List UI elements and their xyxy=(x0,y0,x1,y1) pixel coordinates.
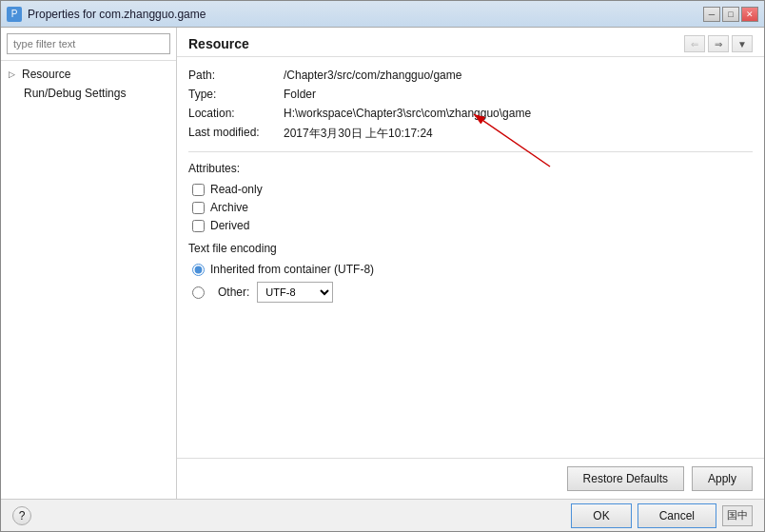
other-radio[interactable] xyxy=(192,286,205,299)
main-panel: Resource ⇐ ⇒ ▼ Path: /Chapter3/src/com/z… xyxy=(177,28,764,499)
type-value: Folder xyxy=(284,88,316,101)
type-label: Type: xyxy=(188,88,284,101)
restore-defaults-button[interactable]: Restore Defaults xyxy=(567,466,684,491)
title-bar-buttons: ─ □ ✕ xyxy=(703,7,758,22)
archive-label: Archive xyxy=(210,201,248,214)
title-bar-left: P Properties for com.zhangguo.game xyxy=(7,7,206,22)
window-title: Properties for com.zhangguo.game xyxy=(28,8,206,21)
lastmodified-row: Last modified: 2017年3月30日 上午10:17:24 xyxy=(188,126,753,142)
cancel-button[interactable]: Cancel xyxy=(638,503,716,528)
inherited-radio[interactable] xyxy=(192,264,205,276)
other-radio-row: Other: UTF-8 UTF-16 ISO-8859-1 xyxy=(188,282,753,303)
archive-row: Archive xyxy=(188,201,753,214)
properties-content: Path: /Chapter3/src/com/zhangguo/game Ty… xyxy=(177,57,764,458)
lastmodified-label: Last modified: xyxy=(188,126,284,139)
content-area: ▷ Resource Run/Debug Settings Resource ⇐… xyxy=(1,28,764,499)
sidebar-item-rundebug[interactable]: Run/Debug Settings xyxy=(1,84,176,103)
derived-label: Derived xyxy=(210,219,249,232)
readonly-checkbox[interactable] xyxy=(192,184,205,196)
lastmodified-value: 2017年3月30日 上午10:17:24 xyxy=(284,126,433,142)
apply-button[interactable]: Apply xyxy=(692,466,753,491)
encoding-title: Text file encoding xyxy=(188,242,753,255)
inherited-radio-row: Inherited from container (UTF-8) xyxy=(188,263,753,276)
main-content-wrapper: Path: /Chapter3/src/com/zhangguo/game Ty… xyxy=(177,57,764,499)
footer-right: OK Cancel 国中 xyxy=(571,503,753,528)
encoding-section: Text file encoding Inherited from contai… xyxy=(188,242,753,303)
location-row: Location: H:\workspace\Chapter3\src\com\… xyxy=(188,107,753,120)
properties-window: P Properties for com.zhangguo.game ─ □ ✕… xyxy=(0,0,765,532)
type-row: Type: Folder xyxy=(188,88,753,101)
filter-input[interactable] xyxy=(7,33,170,54)
ok-button[interactable]: OK xyxy=(571,503,631,528)
inherited-label: Inherited from container (UTF-8) xyxy=(210,263,374,276)
encoding-select[interactable]: UTF-8 UTF-16 ISO-8859-1 xyxy=(257,282,333,303)
sidebar-tree: ▷ Resource Run/Debug Settings xyxy=(1,61,176,107)
minimize-button[interactable]: ─ xyxy=(703,7,720,22)
footer-left: ? xyxy=(12,506,31,525)
sidebar: ▷ Resource Run/Debug Settings xyxy=(1,28,177,499)
main-panel-title: Resource xyxy=(188,36,249,51)
derived-checkbox[interactable] xyxy=(192,220,205,232)
maximize-button[interactable]: □ xyxy=(722,7,739,22)
separator-1 xyxy=(188,151,753,152)
derived-row: Derived xyxy=(188,219,753,232)
nav-back-button[interactable]: ⇐ xyxy=(684,35,705,52)
path-label: Path: xyxy=(188,69,284,82)
location-value: H:\workspace\Chapter3\src\com\zhangguo\g… xyxy=(284,107,531,120)
other-label: Other: xyxy=(218,286,249,299)
tree-arrow-resource: ▷ xyxy=(9,69,18,79)
path-value: /Chapter3/src/com/zhangguo/game xyxy=(284,69,461,82)
nav-forward-button[interactable]: ⇒ xyxy=(708,35,729,52)
nav-buttons: ⇐ ⇒ ▼ xyxy=(684,35,753,52)
archive-checkbox[interactable] xyxy=(192,202,205,214)
sidebar-item-resource-label: Resource xyxy=(22,68,70,81)
help-button[interactable]: ? xyxy=(12,506,31,525)
location-label: Location: xyxy=(188,107,284,120)
filter-container xyxy=(1,28,176,61)
language-badge: 国中 xyxy=(722,505,753,526)
title-bar: P Properties for com.zhangguo.game ─ □ ✕ xyxy=(1,1,764,28)
main-header: Resource ⇐ ⇒ ▼ xyxy=(177,28,764,57)
readonly-row: Read-only xyxy=(188,183,753,196)
path-row: Path: /Chapter3/src/com/zhangguo/game xyxy=(188,69,753,82)
bottom-buttons: Restore Defaults Apply xyxy=(177,458,764,499)
close-button[interactable]: ✕ xyxy=(741,7,758,22)
attributes-label: Attributes: xyxy=(188,162,753,175)
sidebar-item-resource[interactable]: ▷ Resource xyxy=(1,65,176,84)
readonly-label: Read-only xyxy=(210,183,263,196)
window-icon: P xyxy=(7,7,22,22)
sidebar-item-rundebug-label: Run/Debug Settings xyxy=(24,87,126,100)
nav-dropdown-button[interactable]: ▼ xyxy=(732,35,753,52)
footer: ? OK Cancel 国中 xyxy=(1,499,764,531)
